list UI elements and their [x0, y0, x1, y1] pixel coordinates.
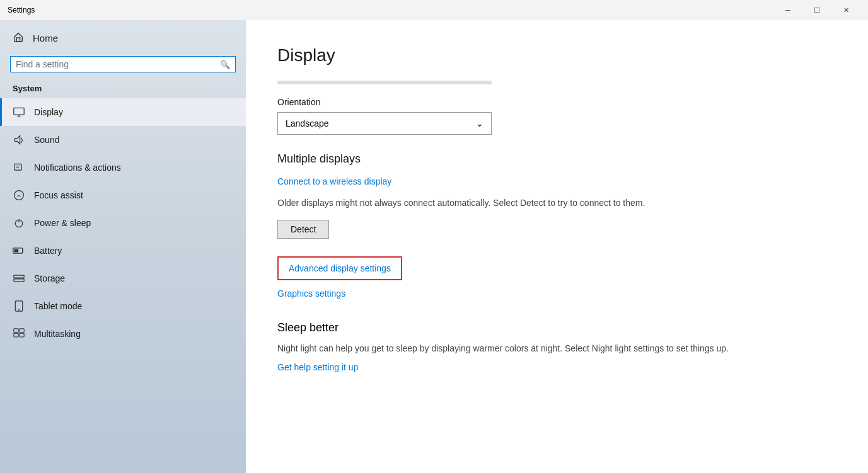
- storage-icon: [13, 272, 25, 285]
- svg-rect-20: [20, 333, 24, 337]
- power-icon: [13, 217, 25, 229]
- sidebar-item-notifications[interactable]: Notifications & actions: [0, 154, 246, 181]
- search-icon: 🔍: [220, 60, 230, 69]
- sidebar-item-storage-label: Storage: [34, 273, 65, 283]
- get-help-link[interactable]: Get help setting it up: [277, 362, 358, 372]
- graphics-settings-link[interactable]: Graphics settings: [277, 288, 345, 299]
- close-button[interactable]: ✕: [831, 0, 860, 20]
- page-title: Display: [277, 45, 836, 66]
- sleep-description: Night light can help you get to sleep by…: [277, 342, 769, 355]
- connect-wireless-link[interactable]: Connect to a wireless display: [277, 176, 391, 186]
- sidebar-item-display[interactable]: Display: [0, 98, 246, 126]
- orientation-value: Landscape: [286, 118, 329, 128]
- sidebar-item-power[interactable]: Power & sleep: [0, 209, 246, 237]
- main-content: Display Orientation Landscape ⌄ Multiple…: [246, 20, 868, 473]
- sidebar-item-storage[interactable]: Storage: [0, 265, 246, 292]
- orientation-dropdown[interactable]: Landscape ⌄: [277, 112, 492, 135]
- notifications-icon: [13, 161, 25, 174]
- home-icon: [13, 31, 24, 45]
- sidebar-item-sound-label: Sound: [34, 135, 59, 145]
- svg-rect-14: [14, 279, 24, 282]
- multiple-displays-heading: Multiple displays: [277, 152, 836, 166]
- sidebar-item-display-label: Display: [34, 107, 63, 117]
- advanced-display-settings-link[interactable]: Advanced display settings: [289, 263, 391, 273]
- window-controls: ─ ☐ ✕: [773, 0, 860, 20]
- svg-rect-13: [14, 275, 24, 278]
- svg-rect-19: [14, 333, 18, 337]
- sidebar-item-multitasking[interactable]: Multitasking: [0, 320, 246, 348]
- sidebar-item-tablet-label: Tablet mode: [34, 301, 82, 311]
- titlebar: Settings ─ ☐ ✕: [0, 0, 868, 20]
- sidebar-item-focus[interactable]: Focus assist: [0, 181, 246, 209]
- sidebar-item-tablet[interactable]: Tablet mode: [0, 292, 246, 320]
- sidebar-item-focus-label: Focus assist: [34, 190, 83, 200]
- svg-rect-18: [20, 329, 24, 333]
- sidebar-item-home[interactable]: Home: [0, 20, 246, 54]
- detect-description: Older displays might not always connect …: [277, 197, 719, 210]
- search-box[interactable]: 🔍: [10, 56, 236, 72]
- svg-rect-0: [16, 38, 20, 42]
- display-icon: [13, 106, 25, 118]
- sidebar-item-power-label: Power & sleep: [34, 218, 91, 228]
- multitasking-icon: [13, 328, 25, 340]
- sleep-heading: Sleep better: [277, 321, 836, 334]
- battery-icon: [13, 244, 25, 257]
- app-title: Settings: [8, 6, 35, 14]
- partial-bar: [277, 81, 492, 84]
- minimize-button[interactable]: ─: [773, 0, 802, 20]
- sidebar-item-multitasking-label: Multitasking: [34, 329, 81, 339]
- svg-rect-12: [14, 249, 19, 253]
- home-label: Home: [33, 33, 58, 43]
- svg-rect-1: [14, 108, 24, 115]
- maximize-button[interactable]: ☐: [802, 0, 831, 20]
- app-body: Home 🔍 System Display: [0, 20, 868, 473]
- advanced-display-settings-highlight: Advanced display settings: [277, 256, 402, 280]
- orientation-label: Orientation: [277, 97, 836, 107]
- focus-icon: [13, 189, 25, 202]
- search-input[interactable]: [16, 59, 216, 69]
- system-section-label: System: [0, 80, 246, 98]
- sidebar-item-sound[interactable]: Sound: [0, 126, 246, 154]
- detect-button[interactable]: Detect: [277, 220, 329, 239]
- sidebar-item-battery[interactable]: Battery: [0, 237, 246, 265]
- svg-marker-4: [14, 135, 20, 144]
- sidebar-item-notifications-label: Notifications & actions: [34, 162, 121, 173]
- svg-rect-5: [14, 164, 21, 170]
- sidebar: Home 🔍 System Display: [0, 20, 246, 473]
- tablet-icon: [13, 300, 25, 312]
- sound-icon: [13, 134, 25, 146]
- sidebar-item-battery-label: Battery: [34, 246, 62, 256]
- svg-point-16: [18, 309, 20, 311]
- svg-point-8: [14, 191, 24, 200]
- svg-rect-17: [14, 329, 18, 333]
- chevron-down-icon: ⌄: [476, 118, 483, 128]
